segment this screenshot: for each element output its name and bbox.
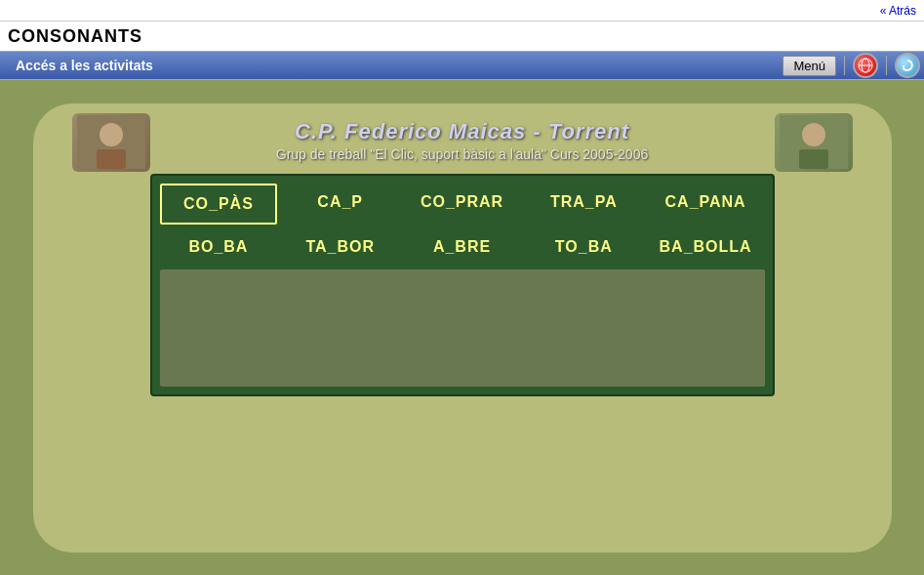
word-cell-co-pas[interactable]: CO_PÀS [160, 184, 278, 225]
main-content: C.P. Federico Maicas - Torrent Grup de t… [0, 80, 924, 575]
word-cell-tra-pa[interactable]: TRA_PA [525, 184, 643, 225]
word-cell-co-prar[interactable]: CO_PRAR [403, 184, 521, 225]
portrait-right-img [780, 115, 848, 169]
nav-divider-2 [886, 56, 887, 75]
word-cell-ba-bolla[interactable]: BA_BOLLA [647, 228, 765, 266]
globe-icon[interactable] [853, 53, 878, 78]
word-cell-bo-ba[interactable]: BO_BA [160, 228, 278, 266]
content-container: C.P. Federico Maicas - Torrent Grup de t… [33, 103, 892, 553]
word-cell-ta-bor[interactable]: TA_BOR [281, 228, 399, 266]
answer-area [160, 269, 765, 387]
nav-controls: Menú [783, 53, 920, 78]
nav-bar: Accés a les activitats Menú [0, 51, 924, 80]
word-cell-ca-p[interactable]: CA_P [281, 184, 399, 225]
refresh-svg [901, 59, 914, 72]
header-title: C.P. Federico Maicas - Torrent [295, 119, 629, 144]
nav-divider [844, 56, 845, 75]
portrait-left-img [77, 115, 145, 169]
activity-grid-row1: CO_PÀS CA_P CO_PRAR TRA_PA CA_PANA [160, 184, 765, 225]
refresh-icon[interactable] [895, 53, 920, 78]
header-area: C.P. Federico Maicas - Torrent Grup de t… [33, 113, 892, 162]
title-bar: CONSONANTS [0, 21, 924, 51]
portrait-right [775, 113, 853, 172]
portrait-left [72, 113, 150, 172]
svg-rect-6 [97, 149, 126, 169]
svg-point-5 [100, 123, 123, 146]
activity-grid-container: CO_PÀS CA_P CO_PRAR TRA_PA CA_PANA BO_BA… [150, 174, 775, 396]
top-bar: « Atrás [0, 0, 924, 21]
svg-rect-9 [799, 149, 828, 169]
nav-label: Accés a les activitats [4, 58, 165, 73]
svg-point-8 [802, 123, 825, 146]
word-cell-ca-pana[interactable]: CA_PANA [647, 184, 765, 225]
menu-button[interactable]: Menú [783, 56, 836, 76]
back-link[interactable]: « Atrás [880, 4, 916, 18]
activity-grid-row2: BO_BA TA_BOR A_BRE TO_BA BA_BOLLA [160, 228, 765, 266]
page-title: CONSONANTS [8, 26, 142, 47]
word-cell-to-ba[interactable]: TO_BA [525, 228, 643, 266]
globe-svg [858, 58, 873, 73]
header-subtitle: Grup de treball "El Clic, suport bàsic a… [276, 146, 648, 162]
word-cell-a-bre[interactable]: A_BRE [403, 228, 521, 266]
